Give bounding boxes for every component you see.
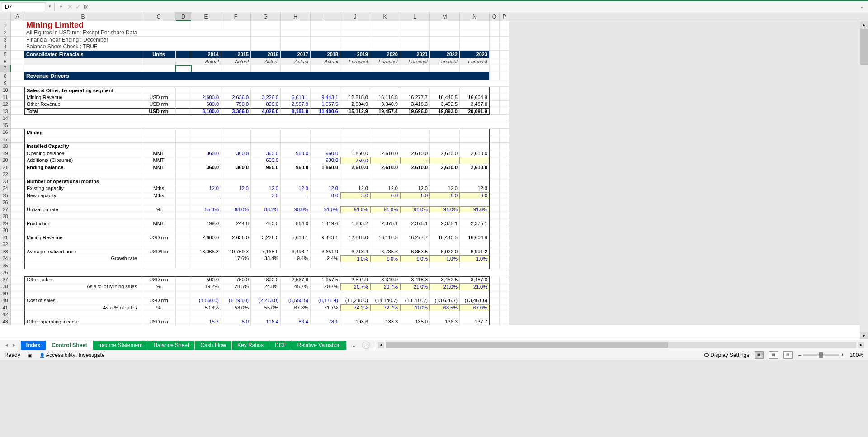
cell-a[interactable] xyxy=(11,297,24,304)
data-cell[interactable] xyxy=(191,178,221,185)
data-cell[interactable]: 10,769.3 xyxy=(221,248,251,256)
row-header-38[interactable]: 38 xyxy=(0,283,11,290)
data-cell[interactable]: 12.0 xyxy=(370,185,400,192)
data-cell[interactable]: 800.0 xyxy=(251,276,281,284)
row-unit[interactable]: USD mn xyxy=(142,101,176,108)
data-cell[interactable]: 9,443.1 xyxy=(311,94,340,101)
data-cell[interactable] xyxy=(340,213,370,220)
row-label[interactable] xyxy=(24,262,142,270)
data-cell[interactable]: 16,440.5 xyxy=(430,94,460,101)
company-title[interactable]: Mining Limited xyxy=(24,21,191,29)
cell-p[interactable] xyxy=(500,129,509,136)
data-cell[interactable] xyxy=(340,143,370,150)
data-cell[interactable]: 500.0 xyxy=(191,276,221,284)
year-header[interactable]: 2018 xyxy=(311,51,340,58)
growth-label[interactable]: Growth rate xyxy=(24,255,142,262)
data-cell[interactable] xyxy=(191,199,221,206)
row-header-2[interactable]: 2 xyxy=(0,29,11,37)
cell-p[interactable] xyxy=(500,318,509,326)
year-header[interactable]: 2019 xyxy=(340,51,370,58)
cell[interactable] xyxy=(24,58,142,66)
growth-val[interactable]: 2.4% xyxy=(311,255,340,262)
data-cell[interactable]: 2,375.1 xyxy=(400,220,430,228)
cell-a[interactable] xyxy=(11,108,24,115)
data-cell[interactable]: 13,065.3 xyxy=(191,248,221,256)
cell-a[interactable] xyxy=(11,72,24,80)
row-header-30[interactable]: 30 xyxy=(0,227,11,234)
fx-icon[interactable]: fx xyxy=(84,4,88,10)
column-header-G[interactable]: G xyxy=(251,12,281,21)
data-cell[interactable] xyxy=(400,87,430,94)
data-cell[interactable]: 12,518.0 xyxy=(340,94,370,101)
data-cell[interactable]: 800.0 xyxy=(251,101,281,108)
cell-a[interactable] xyxy=(11,276,24,284)
cell-p[interactable] xyxy=(500,143,509,150)
data-cell[interactable] xyxy=(370,262,400,270)
data-cell[interactable] xyxy=(460,290,490,298)
data-cell[interactable]: 6,991.2 xyxy=(460,248,490,256)
cell[interactable] xyxy=(311,29,340,37)
cell[interactable] xyxy=(11,65,24,72)
row-label[interactable]: Ending balance xyxy=(24,164,142,171)
add-val[interactable]: - xyxy=(430,157,460,164)
display-settings[interactable]: Display Settings xyxy=(704,352,749,358)
growth-val[interactable]: 1.0% xyxy=(430,255,460,262)
data-cell[interactable]: 2,567.9 xyxy=(281,101,311,108)
data-cell[interactable] xyxy=(430,87,460,94)
row-unit[interactable] xyxy=(142,143,176,150)
row-unit[interactable]: MMT xyxy=(142,150,176,157)
data-cell[interactable]: 12.0 xyxy=(311,185,340,192)
row-header-42[interactable]: 42 xyxy=(0,311,11,318)
data-cell[interactable] xyxy=(221,227,251,234)
column-header-F[interactable]: F xyxy=(221,12,251,21)
row-header-28[interactable]: 28 xyxy=(0,213,11,220)
cell-p[interactable] xyxy=(500,290,509,298)
name-box-dropdown-icon[interactable]: ▼ xyxy=(48,5,52,9)
cell[interactable] xyxy=(176,108,191,115)
column-header-E[interactable]: E xyxy=(191,12,221,21)
year-header[interactable]: 2017 xyxy=(281,51,311,58)
data-cell[interactable] xyxy=(460,129,490,136)
data-cell[interactable]: 15.7 xyxy=(191,318,221,326)
opct-val[interactable]: 28.5% xyxy=(221,283,251,290)
cell-d[interactable] xyxy=(176,164,191,171)
add-val[interactable]: 750.0 xyxy=(340,157,370,164)
data-cell[interactable]: 6,718.4 xyxy=(340,248,370,256)
row-unit[interactable] xyxy=(142,199,176,206)
new-val[interactable]: - xyxy=(221,192,251,200)
cell[interactable] xyxy=(311,21,340,29)
data-cell[interactable] xyxy=(191,143,221,150)
row-label[interactable] xyxy=(24,311,142,318)
row-label[interactable]: Average realized price xyxy=(24,248,142,256)
cell[interactable] xyxy=(251,37,281,44)
cell-o[interactable] xyxy=(490,87,500,94)
cospct-val[interactable]: 67.8% xyxy=(281,304,311,312)
cell[interactable] xyxy=(370,29,400,37)
data-cell[interactable] xyxy=(430,290,460,298)
data-cell[interactable]: 864.0 xyxy=(281,220,311,228)
row-label[interactable] xyxy=(24,199,142,206)
row-unit[interactable] xyxy=(142,87,176,94)
new-val[interactable]: - xyxy=(191,192,221,200)
opct-label[interactable]: As a % of Mining sales xyxy=(24,283,142,290)
cell[interactable] xyxy=(11,43,24,51)
row-unit[interactable] xyxy=(142,213,176,220)
cell-d[interactable] xyxy=(176,220,191,228)
zoom-in-icon[interactable]: + xyxy=(841,352,844,358)
add-val[interactable]: - xyxy=(191,157,221,164)
sheet-tab-income-statement[interactable]: Income Statement xyxy=(93,341,148,350)
data-cell[interactable]: 7,168.9 xyxy=(251,248,281,256)
data-cell[interactable] xyxy=(191,290,221,298)
actual-forecast[interactable]: Actual xyxy=(191,58,221,66)
cell-d[interactable] xyxy=(176,241,191,248)
cell-a[interactable] xyxy=(11,58,24,66)
cospct-val[interactable]: 71.7% xyxy=(311,304,340,312)
data-cell[interactable]: 2,600.0 xyxy=(191,234,221,242)
row-unit[interactable]: MMT xyxy=(142,220,176,228)
row-header-22[interactable]: 22 xyxy=(0,171,11,178)
data-cell[interactable] xyxy=(311,213,340,220)
data-cell[interactable] xyxy=(460,178,490,185)
data-cell[interactable] xyxy=(221,213,251,220)
opct-val[interactable]: 19.2% xyxy=(191,283,221,290)
cell-p[interactable] xyxy=(500,87,509,94)
